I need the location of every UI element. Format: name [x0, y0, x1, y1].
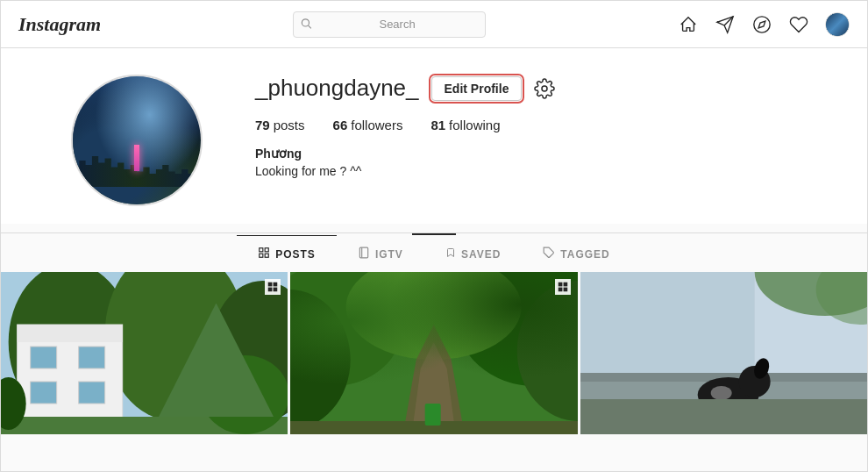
svg-rect-51: [719, 408, 724, 424]
heart-icon[interactable]: [788, 14, 809, 35]
tab-igtv-label: IGTV: [375, 248, 403, 261]
svg-line-1: [309, 25, 311, 28]
profile-section: _phuongdayne_ Edit Profile 79 posts 66 f…: [1, 48, 867, 224]
svg-rect-24: [268, 282, 273, 287]
post-image-1: [1, 272, 288, 434]
grid-icon: [258, 247, 270, 261]
posts-grid: [1, 272, 867, 472]
post-multi-icon: [265, 279, 281, 295]
profile-stats: 79 posts 66 followers 81 following: [255, 118, 797, 132]
svg-rect-37: [558, 282, 562, 287]
svg-rect-42: [580, 272, 755, 434]
settings-icon[interactable]: [534, 78, 555, 99]
svg-rect-18: [79, 347, 105, 368]
svg-rect-27: [274, 288, 278, 292]
svg-rect-50: [708, 408, 714, 424]
igtv-icon: [358, 247, 370, 261]
profile-username: _phuongdayne_: [255, 75, 419, 102]
profile-info: _phuongdayne_ Edit Profile 79 posts 66 f…: [255, 75, 797, 178]
svg-rect-26: [268, 288, 273, 292]
posts-stat: 79 posts: [255, 118, 305, 132]
svg-point-0: [302, 18, 309, 25]
tabs-row: POSTS IGTV SAVED TAGGED: [1, 235, 867, 272]
search-container: [293, 11, 486, 38]
svg-point-30: [290, 272, 403, 386]
tag-icon: [543, 247, 555, 261]
svg-point-33: [290, 290, 351, 430]
tabs-section: POSTS IGTV SAVED TAGGED: [1, 232, 867, 272]
svg-rect-55: [623, 404, 649, 417]
svg-point-34: [517, 281, 578, 421]
profile-avatar-icon[interactable]: [825, 12, 850, 37]
svg-point-2: [754, 16, 770, 32]
home-icon[interactable]: [678, 14, 699, 35]
profile-display-name: Phương: [255, 147, 797, 161]
svg-point-29: [381, 272, 487, 325]
svg-rect-36: [425, 404, 441, 426]
svg-point-54: [710, 386, 731, 400]
compass-icon[interactable]: [751, 14, 772, 35]
following-count: 81: [430, 118, 445, 132]
send-icon[interactable]: [715, 14, 736, 35]
header: Instagram: [1, 1, 867, 48]
edit-profile-button[interactable]: Edit Profile: [431, 76, 523, 101]
svg-rect-6: [260, 254, 263, 257]
svg-rect-17: [31, 347, 57, 368]
following-stat[interactable]: 81 following: [430, 118, 500, 132]
svg-rect-35: [290, 421, 577, 434]
svg-point-32: [346, 272, 522, 360]
bookmark-icon: [445, 247, 456, 261]
instagram-logo: Instagram: [18, 13, 101, 36]
profile-top-row: _phuongdayne_ Edit Profile: [255, 75, 797, 102]
tab-tagged[interactable]: TAGGED: [522, 235, 630, 272]
tab-igtv[interactable]: IGTV: [337, 235, 424, 272]
post-item[interactable]: [290, 272, 577, 472]
profile-bio: Looking for me ? ^^: [255, 164, 797, 178]
post-multi-icon: [555, 279, 571, 295]
svg-rect-53: [743, 408, 749, 422]
tab-saved[interactable]: SAVED: [424, 235, 522, 272]
tab-posts-label: POSTS: [275, 248, 316, 261]
svg-point-3: [542, 86, 547, 91]
tab-saved-label: SAVED: [461, 248, 501, 261]
post-image-2: [290, 272, 577, 434]
svg-rect-40: [563, 288, 567, 292]
svg-rect-8: [359, 247, 367, 258]
post-item[interactable]: [580, 272, 867, 472]
svg-rect-25: [274, 282, 278, 287]
tab-posts[interactable]: POSTS: [237, 235, 337, 272]
svg-rect-19: [31, 382, 57, 404]
header-icons: [678, 12, 850, 37]
svg-rect-39: [558, 288, 562, 292]
svg-rect-52: [732, 408, 737, 424]
svg-rect-38: [563, 282, 567, 287]
svg-point-23: [202, 355, 288, 434]
profile-avatar: [71, 75, 203, 206]
svg-rect-20: [79, 382, 105, 404]
followers-label: followers: [351, 118, 402, 132]
posts-label: posts: [274, 118, 305, 132]
svg-rect-56: [789, 402, 811, 419]
svg-rect-28: [290, 272, 577, 434]
following-label: following: [449, 118, 500, 132]
followers-stat[interactable]: 66 followers: [333, 118, 403, 132]
svg-rect-16: [18, 325, 123, 342]
svg-rect-7: [265, 254, 268, 257]
profile-avatar-wrap: [71, 75, 203, 206]
tab-tagged-label: TAGGED: [560, 248, 609, 261]
post-image-3: [580, 272, 867, 434]
followers-count: 66: [333, 118, 348, 132]
search-icon: [300, 17, 312, 32]
search-input[interactable]: [293, 11, 486, 38]
svg-rect-5: [265, 248, 268, 252]
svg-rect-4: [260, 248, 263, 252]
profile-avatar-image: [73, 76, 201, 204]
post-item[interactable]: [1, 272, 288, 472]
posts-count: 79: [255, 118, 270, 132]
